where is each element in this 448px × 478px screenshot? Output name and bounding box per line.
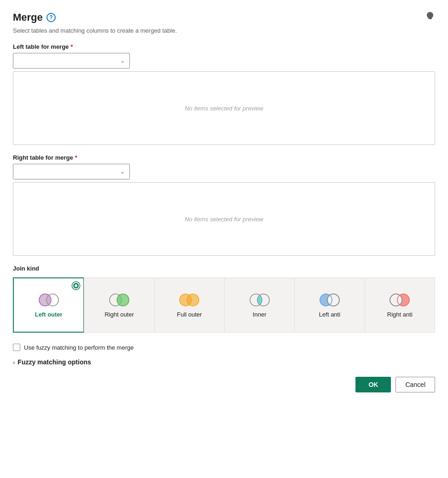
join-kind-label: Join kind (13, 265, 435, 272)
left-table-label: Left table for merge * (13, 43, 435, 50)
help-icon[interactable]: ? (47, 13, 56, 22)
svg-point-9 (187, 294, 199, 306)
left-table-dropdown[interactable]: ⌄ (13, 53, 130, 69)
venn-left-anti (318, 293, 342, 307)
join-card-left-anti-label: Left anti (319, 311, 340, 318)
right-table-preview-text: No items selected for preview (185, 216, 263, 223)
right-table-dropdown[interactable]: ⌄ (13, 164, 130, 179)
join-card-right-outer[interactable]: Right outer (84, 277, 154, 333)
join-card-inner[interactable]: Inner (224, 277, 295, 333)
venn-right-outer (107, 293, 131, 307)
footer: OK Cancel (13, 377, 435, 392)
page-title: Merge (13, 12, 43, 23)
join-card-full-outer[interactable]: Full outer (154, 277, 225, 333)
join-card-inner-label: Inner (253, 311, 267, 318)
fuzzy-matching-label: Use fuzzy matching to perform the merge (24, 344, 134, 351)
left-table-required: * (70, 43, 73, 50)
venn-inner (248, 293, 272, 307)
subtitle: Select tables and matching columns to cr… (13, 27, 435, 34)
lightbulb-icon[interactable] (425, 11, 435, 23)
ok-button[interactable]: OK (355, 377, 391, 392)
join-card-full-outer-label: Full outer (177, 311, 202, 318)
left-table-preview: No items selected for preview (13, 71, 435, 145)
join-card-left-outer-label: Left outer (35, 311, 63, 318)
fuzzy-matching-row[interactable]: Use fuzzy matching to perform the merge (13, 344, 435, 351)
right-table-label: Right table for merge * (13, 154, 435, 161)
right-table-preview: No items selected for preview (13, 182, 435, 256)
join-kind-group: Left outer Right outer Full outer (13, 277, 435, 333)
right-table-required: * (75, 154, 77, 161)
fuzzy-matching-checkbox[interactable] (13, 344, 20, 351)
fuzzy-matching-options-row[interactable]: › Fuzzy matching options (13, 358, 435, 366)
left-table-preview-text: No items selected for preview (185, 105, 263, 112)
join-card-right-anti[interactable]: Right anti (365, 277, 435, 333)
venn-right-anti (388, 293, 412, 307)
cancel-button[interactable]: Cancel (396, 377, 435, 392)
join-card-left-outer[interactable]: Left outer (13, 277, 84, 333)
join-card-right-anti-label: Right anti (387, 311, 413, 318)
join-card-right-outer-label: Right outer (105, 311, 134, 318)
selected-indicator (72, 282, 80, 289)
fuzzy-options-chevron-icon: › (13, 359, 15, 366)
left-table-arrow-icon: ⌄ (120, 58, 125, 64)
right-table-arrow-icon: ⌄ (120, 168, 125, 175)
venn-left-outer (37, 293, 61, 307)
join-card-left-anti[interactable]: Left anti (294, 277, 365, 333)
fuzzy-options-label: Fuzzy matching options (17, 358, 91, 366)
venn-full-outer (177, 293, 201, 307)
